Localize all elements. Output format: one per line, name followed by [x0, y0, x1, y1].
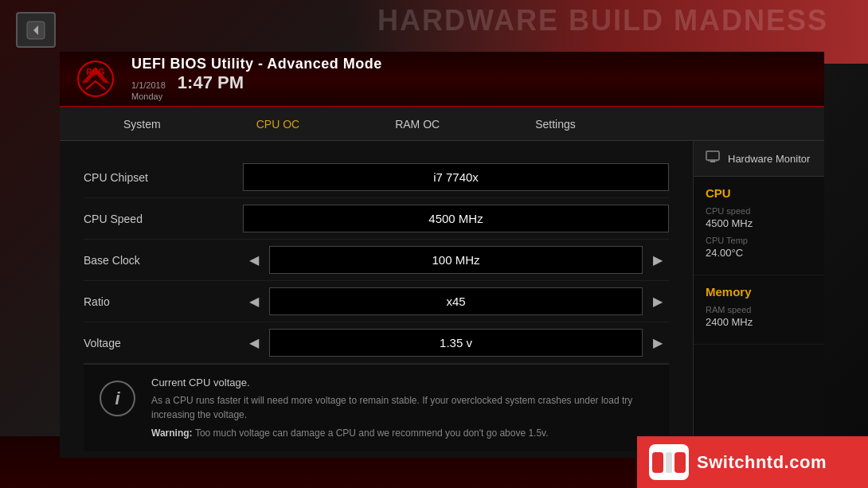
- voltage-label: Voltage: [84, 337, 243, 349]
- info-i-symbol: i: [115, 388, 119, 409]
- cpu-speed-hw-value: 4500 MHz: [706, 217, 812, 229]
- cpu-speed-hw-label: CPU speed: [706, 206, 812, 216]
- ram-speed-hw-label: RAM speed: [706, 305, 812, 314]
- tab-settings[interactable]: Settings: [487, 110, 624, 139]
- table-row: CPU Speed 4500 MHz: [84, 198, 669, 240]
- rog-logo: ROG: [72, 57, 119, 101]
- ram-speed-hw-value: 2400 MHz: [706, 316, 812, 328]
- cpu-speed-value[interactable]: 4500 MHz: [243, 205, 669, 232]
- bios-title: UEFI BIOS Utility - Advanced Mode: [131, 56, 812, 72]
- hw-cpu-title: CPU: [706, 186, 812, 200]
- base-clock-value[interactable]: 100 MHz: [269, 246, 643, 274]
- info-panel: i Current CPU voltage. As a CPU runs fas…: [84, 364, 669, 451]
- base-clock-control: ◀ 100 MHz ▶: [243, 246, 669, 274]
- main-content: CPU Chipset i7 7740x CPU Speed 4500 MHz …: [60, 141, 693, 458]
- switch-logo: [649, 444, 689, 480]
- date-display: 1/1/2018 Monday: [131, 80, 166, 101]
- cpu-speed-label: CPU Speed: [84, 213, 243, 225]
- base-clock-left-arrow[interactable]: ◀: [243, 248, 265, 271]
- cpu-temp-hw-value: 24.00°C: [706, 247, 812, 259]
- ratio-control: ◀ x45 ▶: [243, 287, 669, 315]
- voltage-right-arrow[interactable]: ▶: [647, 331, 669, 354]
- tab-system[interactable]: System: [76, 110, 209, 139]
- hw-monitor-sidebar: Hardware Monitor CPU CPU speed 4500 MHz …: [693, 141, 824, 458]
- svg-rect-4: [706, 151, 719, 160]
- cpu-temp-hw-label: CPU Temp: [706, 236, 812, 245]
- header-info: UEFI BIOS Utility - Advanced Mode 1/1/20…: [131, 56, 812, 101]
- voltage-left-arrow[interactable]: ◀: [243, 331, 265, 354]
- hw-cpu-section: CPU CPU speed 4500 MHz CPU Temp 24.00°C: [694, 177, 824, 275]
- svg-point-2: [78, 61, 113, 96]
- base-clock-right-arrow[interactable]: ▶: [647, 248, 669, 271]
- ratio-label: Ratio: [84, 295, 243, 308]
- warning-label: Warning:: [151, 427, 195, 439]
- table-row: Base Clock ◀ 100 MHz ▶: [84, 240, 669, 281]
- switch-body: [666, 452, 672, 473]
- rog-logo-svg: ROG: [74, 59, 118, 99]
- switch-logo-inner: [652, 452, 686, 473]
- table-row: Ratio ◀ x45 ▶: [84, 281, 669, 322]
- ratio-right-arrow[interactable]: ▶: [647, 290, 669, 313]
- content-area: CPU Chipset i7 7740x CPU Speed 4500 MHz …: [60, 141, 824, 458]
- switchntd-banner: Switchntd.com: [637, 436, 868, 488]
- top-left-icon-button[interactable]: [16, 12, 56, 48]
- tab-ram-oc[interactable]: RAM OC: [347, 110, 487, 139]
- hw-monitor-header: Hardware Monitor: [694, 141, 824, 177]
- table-row: CPU Chipset i7 7740x: [84, 157, 669, 198]
- cpu-chipset-label: CPU Chipset: [84, 171, 243, 184]
- cpu-speed-control: 4500 MHz: [243, 205, 669, 232]
- hw-monitor-title: Hardware Monitor: [728, 153, 810, 165]
- info-desc-text: As a CPU runs faster it will need more v…: [151, 393, 653, 422]
- nav-tabs: System CPU OC RAM OC Settings: [60, 107, 824, 141]
- hw-memory-title: Memory: [706, 285, 812, 299]
- bios-window: ROG UEFI BIOS Utility - Advanced Mode 1/…: [60, 52, 824, 458]
- warning-detail: Too much voltage can damage a CPU and we…: [195, 427, 549, 439]
- tab-cpu-oc[interactable]: CPU OC: [209, 110, 347, 139]
- cpu-chipset-control: i7 7740x: [243, 163, 669, 191]
- switch-joy-left: [652, 452, 663, 473]
- info-icon: i: [100, 381, 135, 416]
- info-main-text: Current CPU voltage.: [151, 377, 653, 388]
- ratio-left-arrow[interactable]: ◀: [243, 290, 265, 313]
- time-display: 1:47 PM: [178, 72, 244, 93]
- ratio-value[interactable]: x45: [269, 287, 643, 315]
- header-datetime: 1/1/2018 Monday 1:47 PM: [131, 72, 812, 101]
- table-row: Voltage ◀ 1.35 v ▶: [84, 322, 669, 364]
- cpu-chipset-value[interactable]: i7 7740x: [243, 163, 669, 191]
- voltage-control: ◀ 1.35 v ▶: [243, 329, 669, 357]
- settings-table: CPU Chipset i7 7740x CPU Speed 4500 MHz …: [84, 157, 669, 364]
- back-icon: [25, 19, 47, 41]
- voltage-value[interactable]: 1.35 v: [269, 329, 643, 357]
- bios-header: ROG UEFI BIOS Utility - Advanced Mode 1/…: [60, 52, 824, 107]
- switch-joy-right: [674, 452, 686, 473]
- info-warning-text: Warning: Too much voltage can damage a C…: [151, 426, 653, 440]
- bg-decorative-text: HARDWARE BUILD MADNESS: [377, 4, 828, 37]
- base-clock-label: Base Clock: [84, 254, 243, 267]
- info-text-area: Current CPU voltage. As a CPU runs faste…: [151, 377, 653, 440]
- monitor-icon: [706, 150, 720, 166]
- hw-memory-section: Memory RAM speed 2400 MHz: [694, 275, 824, 345]
- display-icon: [706, 150, 720, 163]
- switchntd-text: Switchntd.com: [697, 452, 827, 473]
